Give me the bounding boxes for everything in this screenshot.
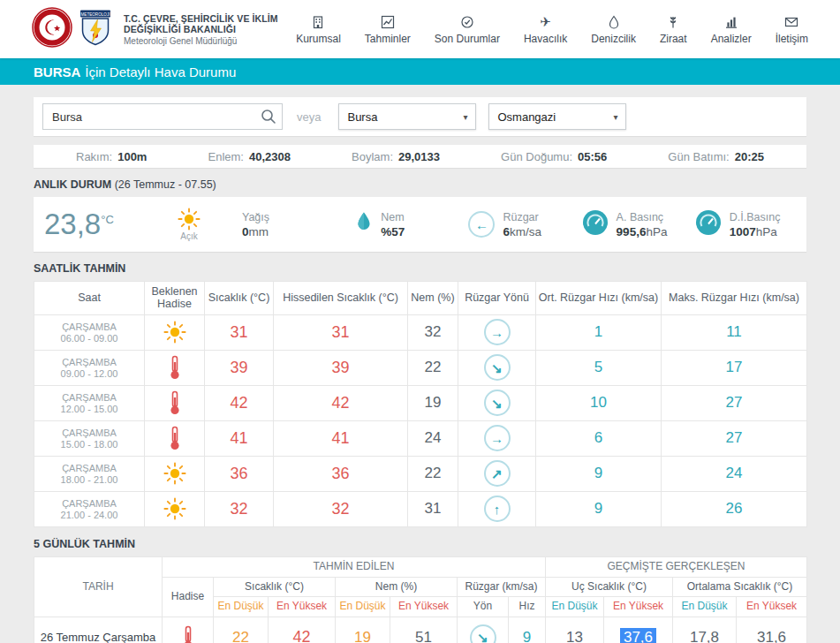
- metric-humidity: Nem %57: [343, 211, 456, 238]
- hourly-row: ÇARŞAMBA09.00 - 12.00 39 39 22 ↘ 5 17: [34, 350, 807, 385]
- col-ruzgar-yonu: Rüzgar Yönü: [458, 282, 536, 315]
- wind-direction-icon: →: [484, 425, 511, 451]
- nav-iletisim[interactable]: İletişim: [776, 14, 808, 45]
- nav-label: Tahminler: [365, 33, 411, 45]
- nav-son-durumlar[interactable]: Son Durumlar: [435, 14, 500, 45]
- pressure-gauge-icon: [695, 209, 722, 239]
- plane-icon: ✈: [540, 14, 551, 29]
- col-ort-hiz: Ort. Rüzgar Hızı (km/sa): [536, 282, 662, 315]
- nav-label: Havacılık: [524, 33, 567, 45]
- sun-icon: [163, 465, 186, 480]
- hourly-forecast-table: Saat Beklenen Hadise Sıcaklık (°C) Hisse…: [34, 281, 807, 527]
- group-extreme-temp: Uç Sıcaklık (°C): [546, 577, 673, 597]
- metric-actual-pressure: A. Basınç 995,6hPa: [570, 209, 683, 239]
- hourly-row: ÇARŞAMBA06.00 - 09.00 31 31 32 → 1 11: [34, 314, 807, 350]
- hourly-row: ÇARŞAMBA21.00 - 24.00 32 32 31 ↑ 9 26: [34, 491, 807, 526]
- city-search-input[interactable]: [42, 103, 283, 130]
- brand-block: METEOROLOJİ T.C. ÇEVRE, ŞEHİRCİLİK VE İK…: [32, 7, 296, 51]
- droplet-icon: [607, 14, 621, 29]
- current-section-title: ANLIK DURUM (26 Temmuz - 07.55): [34, 178, 806, 192]
- city-select-value: Bursa: [347, 110, 377, 124]
- group-avg-temp: Ortalama Sıcaklık (°C): [673, 577, 807, 597]
- hourly-row: ÇARŞAMBA12.00 - 15.00 42 42 19 ↘ 10 27: [34, 385, 807, 420]
- col-sicaklik: Sıcaklık (°C): [205, 282, 274, 315]
- bar-chart-icon: [724, 14, 738, 29]
- city-select[interactable]: Bursa ▾: [338, 103, 476, 130]
- metric-precipitation: Yağış 0mm: [230, 211, 343, 238]
- group-temp: Sıcaklık (°C): [214, 577, 336, 597]
- col-tarih: TARİH: [34, 556, 163, 617]
- current-conditions-card: 23,8°C Açık Yağış 0mm Nem %57 ← Rüzgar 6…: [34, 197, 806, 252]
- ministry-logo[interactable]: [32, 7, 72, 51]
- droplet-icon: [355, 211, 373, 238]
- district-select-value: Osmangazi: [497, 110, 556, 124]
- hourly-row: ÇARŞAMBA18.00 - 21.00 36 36 22 ↗ 9 24: [34, 456, 807, 491]
- site-header: METEOROLOJİ T.C. ÇEVRE, ŞEHİRCİLİK VE İK…: [0, 0, 840, 58]
- hourly-header-row: Saat Beklenen Hadise Sıcaklık (°C) Hisse…: [34, 282, 807, 315]
- wind-direction-icon: ↗: [484, 460, 511, 487]
- line-chart-icon: [381, 14, 395, 29]
- page-title-bar: BURSA İçin Detaylı Hava Durumu: [0, 58, 840, 85]
- clock-check-icon: [460, 14, 474, 29]
- nav-havacilik[interactable]: ✈ Havacılık: [524, 14, 567, 45]
- daily-forecast-table: TARİH TAHMİN EDİLEN GEÇMİŞTE GERÇEKLEŞEN…: [34, 556, 807, 643]
- page-title: İçin Detaylı Hava Durumu: [85, 64, 236, 79]
- nav-kurumsal[interactable]: Kurumsal: [296, 14, 341, 45]
- group-humidity: Nem (%): [336, 577, 458, 597]
- search-card: veya Bursa ▾ Osmangazi ▾: [34, 97, 806, 136]
- wind-direction-icon: →: [484, 319, 511, 345]
- wheat-icon: [666, 14, 680, 29]
- daily-row: 26 Temmuz Çarşamba 22 42 19 51 ↘ 9 13 37…: [34, 617, 807, 643]
- metric-sea-level-pressure: D.İ.Basınç 1007hPa: [683, 209, 796, 239]
- thermometer-icon: [169, 394, 181, 409]
- sunrise-info: Gün Doğumu:05:56: [501, 150, 607, 163]
- longitude-info: Boylam:29,0133: [352, 150, 440, 163]
- nav-label: Denizcilik: [591, 33, 636, 45]
- wind-direction-icon: ↘: [484, 354, 511, 381]
- main-nav: Kurumsal Tahminler Son Durumlar ✈ Havacı…: [296, 14, 808, 45]
- nav-label: İletişim: [776, 33, 808, 45]
- nav-tahminler[interactable]: Tahminler: [365, 14, 411, 45]
- mail-icon: [784, 14, 798, 29]
- wind-direction-icon: ↘: [484, 390, 511, 416]
- wind-direction-icon: ↑: [484, 495, 511, 522]
- nav-denizcilik[interactable]: Denizcilik: [591, 14, 636, 45]
- col-hadise: Hadise: [163, 577, 214, 617]
- building-icon: [311, 14, 325, 29]
- nav-label: Ziraat: [660, 33, 687, 45]
- col-saat: Saat: [34, 282, 145, 315]
- nav-ziraat[interactable]: Ziraat: [660, 14, 687, 45]
- hourly-section-title: SAATLİK TAHMİN: [34, 262, 806, 276]
- col-nem: Nem (%): [408, 282, 458, 315]
- group-past: GEÇMİŞTE GERÇEKLEŞEN: [546, 556, 807, 577]
- thermometer-icon: [169, 429, 181, 444]
- nav-label: Kurumsal: [296, 33, 341, 45]
- agency-title: Meteoroloji Genel Müdürlüğü: [124, 36, 296, 46]
- chevron-down-icon: ▾: [613, 112, 617, 122]
- sun-icon: [178, 210, 201, 225]
- wind-direction-icon: ←: [468, 211, 495, 238]
- mgm-logo[interactable]: METEOROLOJİ: [79, 9, 111, 49]
- or-label: veya: [297, 110, 321, 124]
- current-temperature: 23,8°C: [44, 208, 148, 241]
- location-info-strip: Rakım:100m Enlem:40,2308 Boylam:29,0133 …: [34, 145, 806, 168]
- page-title-city: BURSA: [34, 64, 80, 79]
- chevron-down-icon: ▾: [463, 112, 467, 122]
- latitude-info: Enlem:40,2308: [208, 150, 291, 163]
- nav-label: Son Durumlar: [435, 33, 500, 45]
- nav-analizler[interactable]: Analizler: [711, 14, 752, 45]
- daily-section-title: 5 GÜNLÜK TAHMİN: [34, 538, 806, 551]
- pressure-gauge-icon: [582, 209, 609, 239]
- thermometer-icon: [169, 359, 181, 374]
- district-select[interactable]: Osmangazi ▾: [488, 103, 626, 130]
- group-predicted: TAHMİN EDİLEN: [163, 556, 546, 577]
- thermometer-icon: [182, 629, 194, 643]
- condition-label: Açık: [148, 231, 230, 241]
- sunset-info: Gün Batımı:20:25: [668, 150, 764, 163]
- wind-direction-icon: ↘: [470, 624, 496, 643]
- search-icon[interactable]: [261, 109, 276, 128]
- col-maks-hiz: Maks. Rüzgar Hızı (km/sa): [662, 282, 807, 315]
- col-hadise: Beklenen Hadise: [145, 282, 205, 315]
- group-wind: Rüzgar (km/sa): [458, 577, 546, 597]
- search-box: [42, 103, 283, 130]
